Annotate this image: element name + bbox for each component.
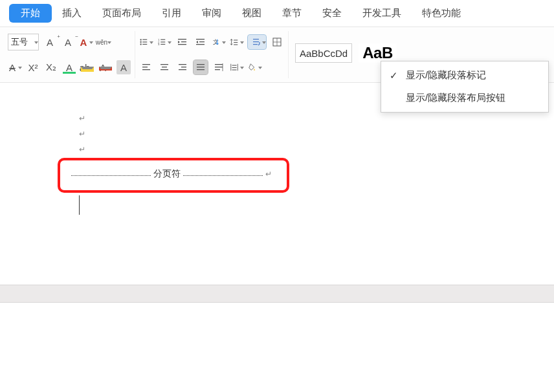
svg-rect-14 (178, 44, 186, 45)
paragraph-marks-menu: ✓ 显示/隐藏段落标记 显示/隐藏段落布局按钮 (381, 61, 549, 113)
highlight-icon[interactable]: ab (80, 60, 94, 74)
bullet-list-icon[interactable] (139, 35, 153, 49)
page-break-label: 分页符 (151, 168, 183, 180)
tab-insert[interactable]: 插入 (52, 4, 92, 23)
svg-rect-23 (234, 45, 238, 45)
svg-rect-35 (161, 69, 168, 70)
tab-special[interactable]: 特色功能 (412, 4, 471, 23)
svg-rect-36 (179, 64, 186, 65)
main-tab-bar: 开始 插入 页面布局 引用 审阅 视图 章节 安全 开发工具 特色功能 (0, 0, 554, 27)
clear-format-icon[interactable]: A (79, 35, 93, 49)
paragraph-group: 123 文 (135, 31, 289, 78)
svg-rect-25 (253, 41, 259, 42)
page-gap (0, 285, 554, 303)
svg-rect-9 (161, 41, 165, 42)
page-break-indicator: 分页符 ↵ (71, 168, 272, 180)
strikethrough-icon[interactable]: A (8, 60, 22, 74)
grow-font-icon[interactable]: A+ (43, 35, 57, 49)
svg-rect-34 (162, 67, 167, 67)
text-cursor (79, 195, 80, 215)
svg-rect-17 (199, 41, 205, 42)
svg-rect-37 (181, 67, 186, 67)
svg-rect-5 (142, 44, 147, 45)
svg-rect-12 (178, 39, 186, 39)
svg-rect-26 (253, 44, 258, 45)
svg-rect-22 (234, 42, 238, 43)
align-left-icon[interactable] (139, 60, 153, 74)
paragraph-mark-icon: ↵ (263, 169, 272, 179)
svg-rect-1 (142, 39, 147, 40)
svg-rect-24 (253, 39, 259, 39)
svg-rect-31 (142, 67, 148, 67)
indent-distributed-icon[interactable] (230, 60, 244, 74)
text-effects-icon[interactable]: A (62, 60, 76, 74)
tab-chapter[interactable]: 章节 (272, 4, 312, 23)
font-group: 五号 A+ A− A wěn A X² X₂ A ab A A (4, 31, 135, 78)
subscript-icon[interactable]: X₂ (44, 60, 58, 74)
dotted-line-right (183, 172, 263, 176)
increase-indent-icon[interactable] (194, 35, 208, 49)
svg-rect-32 (142, 69, 150, 70)
svg-rect-39 (197, 64, 205, 65)
tab-devtools[interactable]: 开发工具 (352, 4, 412, 23)
svg-rect-42 (215, 64, 223, 65)
svg-rect-30 (142, 64, 150, 65)
shrink-font-icon[interactable]: A− (61, 35, 75, 49)
menu-item-2-label: 显示/隐藏段落布局按钮 (406, 92, 505, 104)
svg-rect-48 (232, 65, 237, 66)
paragraph-marks-icon[interactable] (248, 35, 266, 49)
svg-marker-15 (178, 41, 180, 43)
svg-text:3: 3 (158, 43, 160, 46)
style-heading[interactable]: AaB (359, 43, 397, 63)
svg-rect-44 (215, 69, 220, 70)
svg-marker-19 (196, 41, 198, 43)
style-heading-label: AaB (362, 44, 393, 62)
tab-view[interactable]: 视图 (232, 4, 272, 23)
font-size-combo[interactable]: 五号 (8, 34, 39, 50)
paragraph-mark-icon: ↵ (79, 145, 85, 155)
tab-review[interactable]: 审阅 (192, 4, 232, 23)
svg-rect-13 (181, 41, 186, 42)
pinyin-guide-icon[interactable]: wěn (97, 35, 111, 49)
svg-rect-49 (232, 67, 237, 68)
dotted-line-left (71, 172, 151, 176)
check-icon: ✓ (388, 70, 399, 82)
font-size-value: 五号 (11, 36, 28, 48)
svg-rect-16 (196, 39, 205, 39)
svg-point-4 (140, 43, 141, 45)
svg-rect-38 (179, 69, 186, 70)
align-right-icon[interactable] (175, 60, 190, 74)
svg-rect-11 (161, 44, 165, 45)
decrease-indent-icon[interactable] (175, 35, 190, 49)
svg-rect-18 (196, 44, 205, 45)
tab-home[interactable]: 开始 (9, 4, 52, 23)
svg-rect-43 (215, 67, 223, 67)
superscript-icon[interactable]: X² (26, 60, 40, 74)
svg-rect-21 (234, 40, 238, 41)
svg-rect-7 (161, 39, 165, 40)
menu-toggle-paragraph-layout-button[interactable]: 显示/隐藏段落布局按钮 (381, 87, 548, 109)
fill-color-icon[interactable] (248, 60, 262, 74)
paragraph-mark-icon: ↵ (79, 114, 85, 124)
menu-toggle-paragraph-marks[interactable]: ✓ 显示/隐藏段落标记 (381, 64, 548, 87)
svg-rect-40 (197, 67, 205, 67)
line-spacing-icon[interactable] (230, 35, 244, 49)
document-canvas[interactable]: ↵ ↵ ↵ 分页符 ↵ (0, 91, 554, 392)
style-normal[interactable]: AaBbCcDd (295, 43, 352, 63)
text-direction-icon[interactable]: 文 (212, 35, 226, 49)
tab-reference[interactable]: 引用 (151, 4, 192, 23)
tab-security[interactable]: 安全 (312, 4, 352, 23)
borders-icon[interactable] (270, 35, 284, 49)
tab-page-layout[interactable]: 页面布局 (92, 4, 151, 23)
char-shading-icon[interactable]: A (116, 60, 131, 74)
svg-point-2 (140, 41, 141, 43)
menu-item-1-label: 显示/隐藏段落标记 (406, 69, 486, 82)
svg-rect-3 (142, 41, 147, 42)
svg-rect-33 (161, 64, 168, 65)
svg-rect-41 (197, 69, 205, 70)
align-justify-icon[interactable] (194, 60, 208, 74)
distribute-icon[interactable] (212, 60, 226, 74)
align-center-icon[interactable] (157, 60, 172, 74)
numbered-list-icon[interactable]: 123 (157, 35, 172, 49)
font-color-icon[interactable]: A (98, 60, 113, 74)
